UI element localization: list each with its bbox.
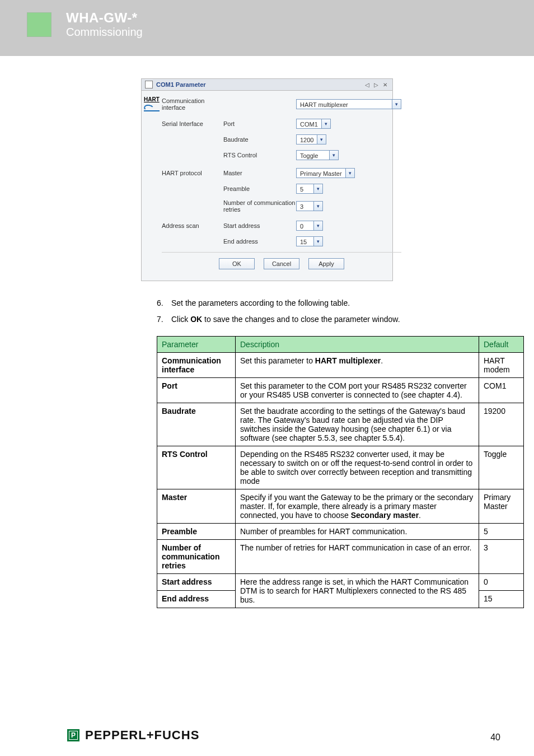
col-parameter: Parameter: [157, 336, 236, 352]
chevron-down-icon: ▾: [392, 100, 401, 109]
cell-param: Communication interface: [157, 352, 236, 377]
cell-default: HART modem: [479, 352, 524, 377]
com1-parameter-window: COM1 Parameter ◁ ▷ ✕ HART Communication …: [141, 78, 393, 281]
window-title: COM1 Parameter: [156, 81, 206, 88]
label-hart-protocol: HART protocol: [162, 170, 223, 176]
select-port[interactable]: COM1 ▾: [296, 119, 331, 129]
brand: P PEPPERL+FUCHS: [67, 728, 199, 743]
hart-icon: [144, 104, 160, 111]
page-header: WHA-GW-* Commissioning: [0, 0, 534, 56]
label-port: Port: [223, 120, 296, 127]
cell-default: 0: [479, 573, 524, 591]
chevron-down-icon: ▾: [313, 237, 322, 246]
select-end-address[interactable]: 15 ▾: [296, 236, 323, 246]
cell-param: Baudrate: [157, 403, 236, 446]
label-retries: Number of communication retries: [223, 199, 296, 213]
select-comm-interface[interactable]: HART multiplexer ▾: [296, 99, 401, 109]
header-accent-square: [27, 12, 51, 37]
table-row: Communication interface Set this paramet…: [157, 352, 524, 377]
step-text: Click OK to save the changes and to clos…: [171, 314, 400, 325]
page-number: 40: [490, 732, 500, 743]
text-bold: HART multiplexer: [315, 356, 381, 365]
brand-logo-icon: P: [67, 729, 79, 741]
doc-section: Commissioning: [66, 26, 143, 39]
chevron-down-icon: ▾: [345, 169, 354, 178]
select-start-address[interactable]: 0 ▾: [296, 221, 323, 231]
app-icon: [145, 81, 153, 88]
text: to save the changes and to close the par…: [202, 315, 400, 324]
cell-default: Primary Master: [479, 489, 524, 523]
table-row: Preamble Number of preambles for HART co…: [157, 523, 524, 539]
label-baudrate: Baudrate: [223, 136, 296, 143]
label-start-address: Start address: [223, 222, 296, 229]
label-address-scan: Address scan: [162, 222, 223, 229]
chevron-down-icon: ▾: [313, 221, 322, 230]
cancel-button[interactable]: Cancel: [264, 258, 299, 269]
text: .: [381, 356, 383, 365]
cell-param: Master: [157, 489, 236, 523]
select-value: Primary Master: [297, 169, 345, 178]
chevron-down-icon: ▾: [313, 184, 322, 193]
cell-default: COM1: [479, 377, 524, 403]
select-value: 3: [297, 202, 313, 211]
ok-button[interactable]: OK: [219, 258, 255, 269]
text: Click: [171, 315, 190, 324]
label-end-address: End address: [223, 238, 296, 245]
close-button[interactable]: ✕: [381, 81, 389, 88]
parameter-table: Parameter Description Default Communicat…: [157, 336, 524, 608]
cell-param: End address: [157, 591, 236, 608]
list-item: 7. Click OK to save the changes and to c…: [157, 314, 524, 325]
select-retries[interactable]: 3 ▾: [296, 201, 323, 211]
cell-default: 3: [479, 539, 524, 573]
cell-desc: Number of preambles for HART communicati…: [236, 523, 479, 539]
label-serial-interface: Serial Interface: [162, 120, 223, 127]
chevron-down-icon: ▾: [317, 135, 326, 144]
window-titlebar: COM1 Parameter ◁ ▷ ✕: [142, 79, 392, 91]
brand-name: PEPPERL+FUCHS: [85, 728, 199, 743]
text: Set this parameter to: [240, 356, 315, 365]
select-baudrate[interactable]: 1200 ▾: [296, 134, 326, 144]
cell-desc: Depending on the RS485 RS232 converter u…: [236, 446, 479, 489]
cell-default: Toggle: [479, 446, 524, 489]
cell-param: Port: [157, 377, 236, 403]
cell-default: 15: [479, 591, 524, 608]
table-row: Baudrate Set the baudrate according to t…: [157, 403, 524, 446]
label-rts-control: RTS Control: [223, 152, 296, 158]
text-bold: OK: [190, 315, 202, 324]
hart-sidebar: HART: [142, 91, 162, 281]
cell-default: 5: [479, 523, 524, 539]
select-value: Toggle: [297, 151, 329, 160]
select-value: 15: [297, 237, 313, 246]
select-value: HART multiplexer: [297, 100, 392, 109]
apply-button[interactable]: Apply: [308, 258, 344, 269]
select-value: COM1: [297, 119, 321, 128]
cell-desc: Set this parameter to HART multiplexer.: [236, 352, 479, 377]
cell-desc: Specify if you want the Gateway to be th…: [236, 489, 479, 523]
prev-button[interactable]: ◁: [363, 81, 371, 88]
select-value: 1200: [297, 135, 317, 144]
select-master[interactable]: Primary Master ▾: [296, 168, 355, 178]
text: .: [419, 511, 421, 520]
select-preamble[interactable]: 5 ▾: [296, 184, 323, 194]
hart-label: HART: [144, 96, 160, 102]
table-row: Port Set this parameter to the COM port …: [157, 377, 524, 403]
table-row: Number of communication retries The numb…: [157, 539, 524, 573]
chevron-down-icon: ▾: [313, 202, 322, 211]
col-default: Default: [479, 336, 524, 352]
doc-title: WHA-GW-*: [66, 10, 143, 26]
step-number: 6.: [157, 298, 171, 309]
select-rts-control[interactable]: Toggle ▾: [296, 150, 339, 160]
cell-param: Number of communication retries: [157, 539, 236, 573]
step-text: Set the parameters according to the foll…: [171, 298, 350, 309]
cell-param: Start address: [157, 573, 236, 591]
label-preamble: Preamble: [223, 185, 296, 192]
chevron-down-icon: ▾: [329, 151, 338, 160]
cell-param: Preamble: [157, 523, 236, 539]
step-number: 7.: [157, 314, 171, 325]
label-master: Master: [223, 170, 296, 176]
cell-desc: Set the baudrate according to the settin…: [236, 403, 479, 446]
select-value: 0: [297, 221, 313, 230]
table-row: RTS Control Depending on the RS485 RS232…: [157, 446, 524, 489]
next-button[interactable]: ▷: [372, 81, 380, 88]
table-row: Start address Here the address range is …: [157, 573, 524, 591]
